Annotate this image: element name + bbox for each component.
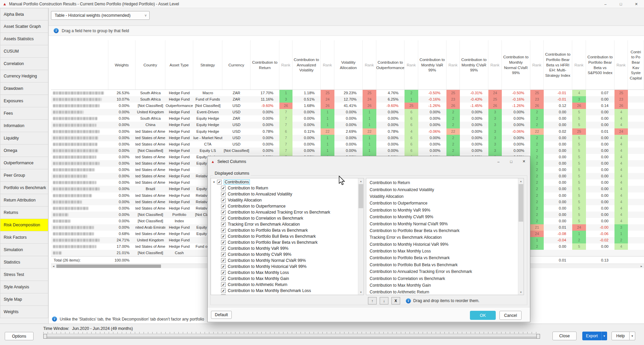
checkbox-checked[interactable]: ✓	[221, 258, 226, 263]
sidebar-item-information[interactable]: Information	[0, 120, 48, 132]
close-button[interactable]: Close	[552, 332, 577, 340]
tree-item[interactable]: ✓Contribution to Monthly Historical VaR …	[211, 264, 358, 270]
close-icon[interactable]: ✕	[629, 0, 644, 8]
tree-item[interactable]: ✓Contribution to Monthly Normal CVaR 99%	[211, 257, 358, 264]
export-dropdown-icon[interactable]: ▼	[601, 332, 607, 340]
order-list-item[interactable]: Contribution to Max Monthly Gain	[366, 282, 518, 289]
sidebar-item-simulation[interactable]: Simulation	[0, 244, 48, 256]
view-dropdown[interactable]: Table - Historical weights (recommended)…	[51, 11, 150, 20]
table-row[interactable]: 0.00%United States of AmericaHedge FundV…	[51, 135, 644, 141]
order-list-item[interactable]: Contribution to Monthly Normal CVaR 99%	[366, 220, 518, 227]
column-header[interactable]: Contribution to Return	[251, 40, 279, 90]
tree-expand-icon[interactable]: ▾	[211, 180, 217, 184]
column-header[interactable]: Rank	[488, 40, 502, 90]
table-row[interactable]: 0.00%United States of AmericaHedge FundE…	[51, 128, 644, 135]
sidebar-item-portfolio-vs-benchmark[interactable]: Portfolio vs Benchmark	[0, 182, 48, 194]
sidebar-item-risk-decomposition[interactable]: Risk Decomposition	[0, 219, 48, 231]
slider-left-handle[interactable]	[43, 334, 47, 339]
sidebar-item-returns[interactable]: Returns	[0, 207, 48, 219]
horizontal-scrollbar-thumb[interactable]	[56, 265, 161, 268]
checkbox-checked[interactable]: ✓	[221, 294, 226, 295]
column-header[interactable]: Contribution to Portfolio Bear Beta vs S…	[586, 40, 614, 90]
column-header[interactable]: Contribution to Annualized Volatility	[292, 40, 321, 90]
sidebar-item-cusum[interactable]: CUSUM	[0, 45, 48, 58]
order-list-item[interactable]: Contribution to Max Monthly Loss	[366, 248, 518, 254]
default-button[interactable]: Default	[211, 311, 232, 319]
tree-item[interactable]: ✓Contribution to Max Monthly Loss	[211, 270, 358, 276]
cancel-button[interactable]: Cancel	[499, 311, 522, 320]
tree-item[interactable]: ✓Contribution to Correlation vs Benchmar…	[211, 215, 358, 221]
checkbox-checked[interactable]: ✓	[221, 210, 226, 215]
sidebar-item-fees[interactable]: Fees	[0, 107, 48, 120]
sidebar-item-risk-factors[interactable]: Risk Factors	[0, 231, 48, 244]
sidebar-item-weights[interactable]: Weights	[0, 306, 48, 318]
sidebar-item-currency-hedging[interactable]: Currency Hedging	[0, 70, 48, 82]
tree-item[interactable]: ✓Contribution to Portfolio Bull Beta vs …	[211, 233, 358, 239]
table-row[interactable]: 10.07%South AfricaHedge FundFund of Fund…	[51, 96, 644, 103]
options-button[interactable]: Options	[5, 332, 34, 340]
checkbox-checked[interactable]: ✓	[221, 288, 226, 293]
checkbox-checked[interactable]: ✓	[217, 180, 222, 184]
column-header[interactable]: Rank	[530, 40, 544, 90]
order-list-item[interactable]: Contribution to Arithmetic Return	[366, 289, 518, 295]
scroll-up-icon[interactable]: ▲	[518, 178, 524, 184]
tree-item[interactable]: ✓Contribution to Monthly VaR 99%	[211, 245, 358, 251]
column-header[interactable]: Country	[136, 40, 165, 90]
table-row[interactable]: 26.53%South AfricaHedge FundMacroZAR17.7…	[51, 90, 644, 96]
tree-item[interactable]: ✓Contribution to Portfolio Bear Beta vs …	[211, 239, 358, 245]
table-row[interactable]: 0.00%United KingdomHedge FundEvent-Drive…	[51, 109, 644, 115]
ok-button[interactable]: OK	[470, 311, 496, 320]
order-list-item[interactable]: Contribution to Annualized Tracking Erro…	[366, 268, 518, 275]
column-header[interactable]: Currency	[222, 40, 251, 90]
sidebar-item-stress-test[interactable]: Stress Test	[0, 269, 48, 281]
scroll-down-icon[interactable]: ▼	[518, 289, 524, 295]
export-button[interactable]: Export	[582, 332, 601, 340]
sidebar-item-return-attribution[interactable]: Return Attribution	[0, 194, 48, 207]
order-list-item[interactable]: Contribution to Correlation vs Benchmark	[366, 275, 518, 282]
column-header[interactable]: Strategy	[193, 40, 222, 90]
order-list-item[interactable]: Contribution to Monthly Historical VaR 9…	[366, 241, 518, 248]
column-header[interactable]: Asset Type	[165, 40, 193, 90]
tree-item-contributions[interactable]: ▾✓Contributions	[211, 179, 358, 185]
tree-item[interactable]: ✓Contribution to Max Monthly Benchmark G…	[211, 294, 358, 295]
checkbox-checked[interactable]: ✓	[221, 204, 226, 209]
checkbox-checked[interactable]: ✓	[221, 276, 226, 281]
order-list-item[interactable]: Contribution to Portfolio Beta vs Benchm…	[366, 254, 518, 261]
tree-item[interactable]: ✓Contribution to Max Monthly Benchmark L…	[211, 288, 358, 294]
maximize-icon[interactable]: □	[613, 0, 629, 8]
column-header[interactable]: Rank	[363, 40, 376, 90]
dialog-close-icon[interactable]: ✕	[520, 159, 528, 164]
minimize-icon[interactable]: –	[598, 0, 613, 8]
checkbox-checked[interactable]: ✓	[221, 264, 226, 269]
column-header[interactable]: Contribution to Outperformance	[376, 40, 405, 90]
tree-item[interactable]: ✓Contribution to Annualized Volatility	[211, 191, 358, 197]
order-list-item[interactable]: Contribution to Annualized Volatility	[366, 186, 518, 193]
checkbox-checked[interactable]: ✓	[221, 186, 226, 190]
column-header[interactable]: Contribution to Portfolio Bear Beta vs H…	[544, 40, 572, 90]
order-list-item[interactable]: Tracking Error vs Benchmark Allocation	[366, 234, 518, 241]
scroll-left-icon[interactable]: ◄	[51, 264, 56, 269]
tree-item[interactable]: ✓Contribution to Outperformance	[211, 203, 358, 209]
help-button[interactable]: Help	[611, 332, 630, 340]
column-header[interactable]: Rank	[572, 40, 586, 90]
sidebar-item-assets-statistics[interactable]: Assets Statistics	[0, 33, 48, 45]
order-list-item[interactable]: Volatility Allocation	[366, 193, 518, 200]
column-header[interactable]: Rank	[614, 40, 628, 90]
checkbox-checked[interactable]: ✓	[221, 222, 226, 227]
column-header[interactable]: Contribution to Monthly VaR 99%	[418, 40, 446, 90]
scroll-up-icon[interactable]: ▲	[358, 178, 364, 184]
column-header[interactable]: Rank	[279, 40, 292, 90]
sidebar-item-alpha-beta[interactable]: Alpha Beta	[0, 8, 48, 20]
tree-scrollbar-thumb[interactable]	[359, 184, 363, 208]
table-row[interactable]: 0.00%South AfricaHedge FundEquity HedgeZ…	[51, 115, 644, 122]
column-header[interactable]: Rank	[321, 40, 334, 90]
move-down-button[interactable]: ↓	[380, 297, 388, 304]
column-header-empty[interactable]	[51, 40, 108, 90]
move-up-button[interactable]: ↑	[368, 297, 377, 304]
tree-item[interactable]: ✓Contribution to Portfolio Beta vs Bench…	[211, 227, 358, 233]
order-list-item[interactable]: Contribution to Portfolio Bull Beta vs B…	[366, 262, 518, 268]
column-header[interactable]: Rank	[405, 40, 418, 90]
list-scrollbar[interactable]: ▲ ▼	[518, 178, 524, 295]
order-list-item[interactable]: Contribution to Monthly VaR 99%	[366, 207, 518, 214]
tree-item[interactable]: ✓Contribution to Arithmetic Return	[211, 282, 358, 288]
